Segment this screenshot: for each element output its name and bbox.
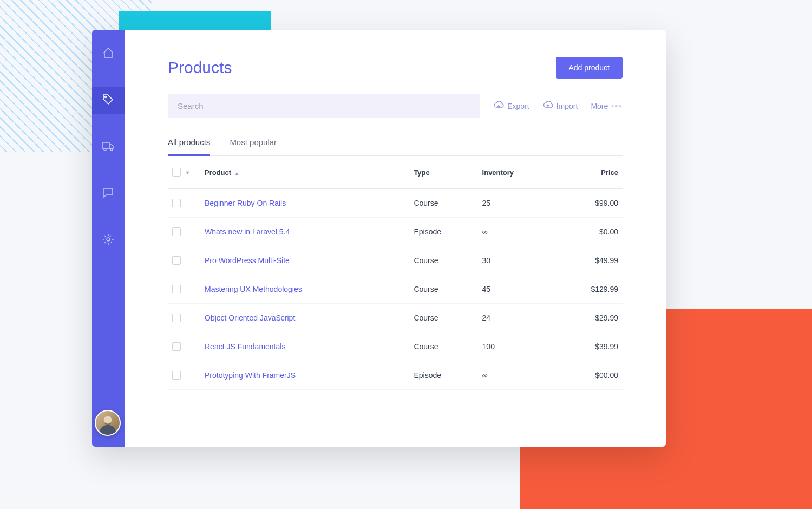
products-table: ▾ Product ▴ Type Inventory Price Beginne… [168,156,623,390]
table-row: React JS Fundamentals Course 100 $39.99 [168,332,623,361]
search-input[interactable] [168,94,480,118]
column-header-product[interactable]: Product ▴ [200,156,409,189]
product-price: $39.99 [554,332,623,361]
column-header-price[interactable]: Price [554,156,623,189]
product-inventory: ∞ [478,218,554,246]
add-product-button[interactable]: Add product [556,57,623,79]
product-name-link[interactable]: Whats new in Laravel 5.4 [205,227,290,236]
more-button[interactable]: More ••• [591,102,623,110]
tabs: All products Most popular [168,131,623,156]
product-name-link[interactable]: Object Oriented JavaScript [205,314,295,322]
tab-most-popular[interactable]: Most popular [230,131,277,156]
row-checkbox[interactable] [172,199,181,207]
sidebar-item-home[interactable] [92,41,125,68]
tag-icon [102,93,115,108]
svg-point-4 [107,238,110,241]
sidebar [92,30,125,447]
product-price: $99.00 [554,189,623,218]
upload-cloud-icon [542,100,553,112]
product-type: Course [409,332,477,361]
svg-point-2 [104,148,106,151]
product-price: $0.00 [554,218,623,246]
product-inventory: 45 [478,275,554,304]
row-checkbox[interactable] [172,227,181,236]
table-row: Beginner Ruby On Rails Course 25 $99.00 [168,189,623,218]
product-name-link[interactable]: Pro WordPress Multi-Site [205,256,290,265]
product-price: $00.00 [554,361,623,390]
product-name-link[interactable]: Prototyping With FramerJS [205,371,296,380]
svg-point-0 [105,96,107,98]
product-name-link[interactable]: React JS Fundamentals [205,342,285,351]
product-price: $129.99 [554,275,623,304]
table-row: Mastering UX Methodologies Course 45 $12… [168,275,623,304]
export-button[interactable]: Export [493,100,529,112]
svg-point-6 [100,425,115,435]
product-price: $29.99 [554,304,623,332]
gear-icon [102,233,115,248]
column-header-inventory[interactable]: Inventory [478,156,554,189]
svg-point-5 [104,416,112,424]
truck-icon [102,140,115,155]
product-inventory: 100 [478,332,554,361]
product-inventory: 30 [478,246,554,275]
select-all-checkbox[interactable] [172,168,181,177]
product-inventory: 25 [478,189,554,218]
more-dots-icon: ••• [611,102,623,110]
product-type: Course [409,246,477,275]
sidebar-item-settings[interactable] [92,227,125,254]
table-row: Prototyping With FramerJS Episode ∞ $00.… [168,361,623,390]
user-avatar[interactable] [95,410,121,436]
product-type: Course [409,275,477,304]
product-inventory: 24 [478,304,554,332]
sidebar-item-orders[interactable] [92,134,125,161]
row-checkbox[interactable] [172,371,181,380]
chevron-down-icon: ▾ [186,169,189,175]
export-label: Export [507,102,529,110]
app-window: Products Add product Export Import More … [92,30,666,447]
home-icon [102,47,115,62]
table-row: Object Oriented JavaScript Course 24 $29… [168,304,623,332]
row-checkbox[interactable] [172,342,181,351]
svg-rect-1 [102,143,109,148]
product-name-link[interactable]: Beginner Ruby On Rails [205,199,286,207]
row-checkbox[interactable] [172,256,181,265]
row-checkbox[interactable] [172,314,181,322]
table-row: Pro WordPress Multi-Site Course 30 $49.9… [168,246,623,275]
product-inventory: ∞ [478,361,554,390]
sidebar-item-products[interactable] [92,87,125,114]
product-type: Episode [409,218,477,246]
product-price: $49.99 [554,246,623,275]
product-type: Episode [409,361,477,390]
main-content: Products Add product Export Import More … [125,30,666,447]
table-row: Whats new in Laravel 5.4 Episode ∞ $0.00 [168,218,623,246]
tab-all-products[interactable]: All products [168,131,210,156]
row-checkbox[interactable] [172,285,181,293]
more-label: More [591,102,608,110]
import-button[interactable]: Import [542,100,578,112]
page-title: Products [168,58,232,77]
sort-asc-icon: ▴ [235,170,238,176]
page-header: Products Add product [168,57,623,79]
sidebar-item-messages[interactable] [92,180,125,207]
column-header-type[interactable]: Type [409,156,477,189]
product-name-link[interactable]: Mastering UX Methodologies [205,285,302,293]
download-cloud-icon [493,100,504,112]
toolbar: Export Import More ••• [168,94,623,118]
svg-point-3 [110,148,113,151]
product-type: Course [409,304,477,332]
chat-icon [102,186,115,201]
product-type: Course [409,189,477,218]
import-label: Import [556,102,578,110]
